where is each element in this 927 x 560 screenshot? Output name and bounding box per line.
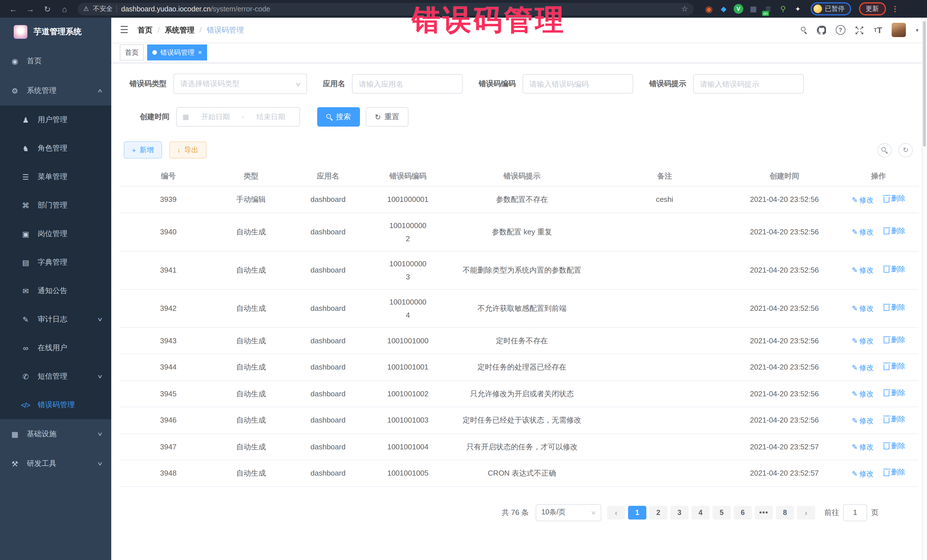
- prev-page-button[interactable]: ‹: [607, 505, 625, 519]
- edit-link[interactable]: ✎修改: [852, 388, 874, 401]
- browser-profile-chip[interactable]: 已暂停: [811, 2, 851, 15]
- user-avatar[interactable]: [892, 23, 906, 37]
- delete-link[interactable]: 删除: [884, 263, 905, 276]
- edit-link[interactable]: ✎修改: [852, 264, 874, 278]
- sidebar-item[interactable]: </> 错误码管理: [0, 391, 111, 419]
- error-hint-input[interactable]: [693, 74, 804, 94]
- page-tab[interactable]: 错误码管理 ×: [147, 44, 207, 61]
- table-row: 3945 自动生成 dashboard 1001001002 只允许修改为开启或…: [120, 380, 918, 407]
- delete-link[interactable]: 删除: [884, 301, 905, 314]
- chrome-update-button[interactable]: 更新: [859, 2, 886, 15]
- goto-page-input[interactable]: [843, 504, 867, 521]
- app-name-input[interactable]: [352, 74, 463, 94]
- sidebar-item[interactable]: ▣ 岗位管理: [0, 220, 111, 248]
- bookmark-star-icon[interactable]: ☆: [681, 5, 688, 13]
- sidebar-item[interactable]: ♞ 角色管理: [0, 134, 111, 162]
- page-number-button[interactable]: 4: [691, 505, 710, 519]
- delete-link[interactable]: 删除: [884, 192, 905, 205]
- date-range-picker[interactable]: ▦ 开始日期 - 结束日期: [176, 107, 300, 127]
- error-type-select[interactable]: 请选择错误码类型 ∨: [173, 74, 307, 94]
- page-number-button[interactable]: 5: [713, 505, 731, 519]
- extension-icon[interactable]: ⚲: [778, 4, 788, 14]
- page-number-button[interactable]: 2: [649, 505, 667, 519]
- pen-icon: ✎: [852, 388, 858, 401]
- page-tab[interactable]: 首页: [120, 44, 144, 61]
- github-icon[interactable]: [817, 25, 826, 35]
- reset-button[interactable]: ↻ 重置: [366, 107, 409, 127]
- sidebar-item[interactable]: ∞ 在线用户: [0, 334, 111, 362]
- delete-link[interactable]: 删除: [884, 466, 905, 479]
- sidebar-item[interactable]: ⚙ 系统管理 ∧: [0, 76, 111, 106]
- extension-icon[interactable]: ≣ on: [763, 4, 773, 14]
- sidebar-item[interactable]: ✎ 审计日志 ∨: [0, 305, 111, 334]
- home-icon[interactable]: ⌂: [57, 4, 72, 14]
- sidebar-item[interactable]: ◉ 首页: [0, 46, 111, 76]
- edit-link[interactable]: ✎修改: [852, 302, 874, 316]
- export-button[interactable]: ↓ 导出: [169, 141, 206, 159]
- tab-close-icon[interactable]: ×: [198, 49, 202, 56]
- cell-hint: 定时任务不存在: [445, 327, 599, 354]
- fullscreen-icon[interactable]: ↖↗ ↙↘: [855, 25, 864, 35]
- trash-icon: [884, 338, 889, 343]
- edit-link[interactable]: ✎修改: [852, 335, 874, 348]
- date-separator: -: [242, 113, 244, 121]
- page-number-button[interactable]: 3: [670, 505, 688, 519]
- security-label[interactable]: 不安全: [93, 5, 112, 13]
- delete-link[interactable]: 删除: [884, 439, 905, 452]
- edit-link[interactable]: ✎修改: [852, 441, 874, 454]
- toggle-search-button[interactable]: [877, 143, 892, 157]
- reload-icon[interactable]: ↻: [40, 4, 55, 14]
- breadcrumb-item[interactable]: 首页: [138, 25, 153, 35]
- browser-menu-icon[interactable]: ⋮: [891, 5, 899, 13]
- help-icon[interactable]: ?: [836, 25, 845, 35]
- sidebar-item[interactable]: ♟ 用户管理: [0, 106, 111, 134]
- edit-link[interactable]: ✎修改: [852, 226, 874, 239]
- error-code-input[interactable]: [523, 74, 633, 94]
- search-icon[interactable]: [801, 27, 807, 33]
- page-number-button[interactable]: 6: [734, 505, 752, 519]
- extension-icon[interactable]: ◆: [719, 4, 728, 14]
- add-button[interactable]: + 新增: [124, 141, 162, 159]
- breadcrumb-item[interactable]: 错误码管理: [207, 25, 244, 35]
- next-page-button[interactable]: ›: [797, 505, 815, 519]
- sidebar-item[interactable]: ✆ 短信管理 ∨: [0, 362, 111, 391]
- extension-icon[interactable]: ▦: [748, 4, 758, 14]
- cell-id: 3940: [120, 213, 217, 251]
- search-button[interactable]: 搜索: [317, 107, 360, 127]
- hamburger-icon[interactable]: ☰: [120, 24, 129, 36]
- page-number-button[interactable]: 1: [628, 505, 646, 519]
- scrollbar-track[interactable]: [922, 18, 927, 560]
- sidebar-item[interactable]: ✉ 通知公告: [0, 276, 111, 305]
- edit-link[interactable]: ✎修改: [852, 361, 874, 374]
- sidebar-item[interactable]: ☰ 菜单管理: [0, 162, 111, 191]
- caret-down-icon[interactable]: ▾: [916, 27, 918, 33]
- forward-icon[interactable]: →: [23, 4, 38, 14]
- sidebar-item[interactable]: ⚒ 研发工具 ∨: [0, 449, 111, 478]
- cell-app: dashboard: [285, 354, 371, 380]
- browser-toolbar: ← → ↻ ⌂ ⚠ 不安全 dashboard.yudao.iocoder.cn…: [0, 0, 927, 18]
- delete-link[interactable]: 删除: [884, 360, 905, 373]
- edit-link[interactable]: ✎修改: [852, 194, 874, 207]
- font-size-icon[interactable]: TT: [874, 25, 882, 35]
- back-icon[interactable]: ←: [6, 4, 21, 14]
- delete-link[interactable]: 删除: [884, 333, 905, 346]
- refresh-table-button[interactable]: ↻: [898, 143, 913, 157]
- page-number-button[interactable]: •••: [755, 505, 773, 519]
- edit-link[interactable]: ✎修改: [852, 467, 874, 480]
- edit-link[interactable]: ✎修改: [852, 414, 874, 427]
- sidebar-item[interactable]: ▦ 基础设施 ∨: [0, 419, 111, 449]
- delete-link[interactable]: 删除: [884, 413, 905, 426]
- page-size-select[interactable]: 10条/页 ∨: [536, 504, 601, 521]
- address-bar[interactable]: ⚠ 不安全 dashboard.yudao.iocoder.cn/system/…: [78, 3, 694, 15]
- sidebar-item[interactable]: ▤ 字典管理: [0, 248, 111, 276]
- url-text: dashboard.yudao.iocoder.cn/system/error-…: [121, 5, 271, 13]
- delete-link[interactable]: 删除: [884, 386, 905, 399]
- extension-icon[interactable]: ✦: [793, 4, 802, 14]
- sidebar-item[interactable]: ⌘ 部门管理: [0, 191, 111, 220]
- page-number-button[interactable]: 8: [776, 505, 794, 519]
- delete-link[interactable]: 删除: [884, 225, 905, 238]
- extension-icon[interactable]: V: [734, 4, 743, 14]
- extension-icon[interactable]: ◉: [704, 4, 714, 14]
- scrollbar-thumb[interactable]: [923, 21, 926, 147]
- breadcrumb-item[interactable]: 系统管理: [165, 25, 195, 35]
